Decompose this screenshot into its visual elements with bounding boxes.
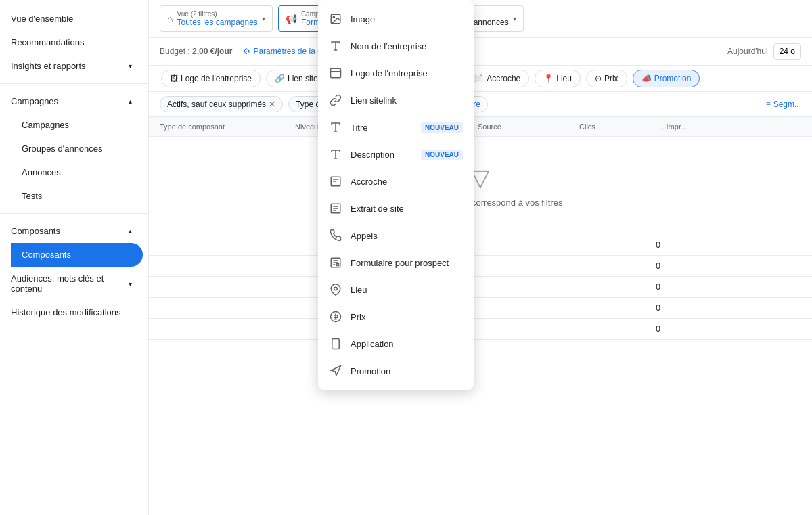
svg-rect-6 [337,264,339,266]
campagnes-submenu: Campagnes Groupes d'annonces Annonces Te… [0,113,148,208]
accroche-menu-icon [329,175,342,188]
component-dropdown-menu: Image Nom de l'entreprise Logo de l'entr… [318,0,474,390]
chevron-down-icon-2: ▾ [129,280,132,288]
phone-menu-icon [329,229,342,242]
menu-item-prix[interactable]: Prix [318,303,474,330]
form-menu-icon [329,256,342,269]
sidebar-item-composants-header[interactable]: Composants ▴ [0,219,143,243]
dollar-menu-icon [329,310,342,323]
pin-menu-icon [329,283,342,296]
svg-point-7 [334,287,338,290]
chevron-up-icon: ▴ [129,97,132,105]
sidebar-item-insights[interactable]: Insights et rapports ▾ [0,54,143,78]
menu-item-sitelink[interactable]: Lien sitelink [318,87,474,114]
menu-item-appels[interactable]: Appels [318,222,474,249]
titre-menu-icon [329,120,342,134]
sidebar-item-campagnes[interactable]: Campagnes [11,113,143,137]
chevron-down-icon: ▾ [129,62,132,70]
megaphone-menu-icon [329,364,342,378]
sidebar-item-vue-ensemble[interactable]: Vue d'ensemble [0,7,143,30]
sidebar-item-recommandations[interactable]: Recommandations [0,30,143,54]
link-menu-icon [329,93,342,107]
menu-item-logo[interactable]: Logo de l'entreprise [318,60,474,87]
menu-item-nom[interactable]: Nom de l'entreprise [318,32,474,60]
overlay-backdrop[interactable] [149,0,812,515]
logo-menu-icon [329,66,342,80]
sidebar-item-audiences[interactable]: Audiences, mots clés et contenu ▾ [0,267,143,300]
sidebar-item-historique[interactable]: Historique des modifications [0,300,143,324]
sidebar-item-composants[interactable]: Composants [11,243,143,267]
sidebar-divider-2 [0,213,148,214]
menu-item-image[interactable]: Image [318,5,474,32]
menu-item-formulaire[interactable]: Formulaire pour prospect [318,249,474,276]
menu-item-titre[interactable]: Titre NOUVEAU [318,114,474,141]
svg-rect-2 [331,68,341,78]
menu-item-application[interactable]: Application [318,330,474,357]
sidebar-item-tests[interactable]: Tests [11,184,143,208]
menu-item-lieu[interactable]: Lieu [318,276,474,303]
chevron-up-icon-2: ▴ [129,227,132,235]
composants-submenu: Composants [0,243,148,267]
extrait-menu-icon [329,202,342,215]
menu-item-promotion[interactable]: Promotion [318,357,474,384]
menu-item-extrait[interactable]: Extrait de site [318,195,474,222]
menu-item-description[interactable]: Description NOUVEAU [318,141,474,168]
main-content: ⌂ Vue (2 filtres) Toutes les campagnes ▾… [149,0,812,515]
text-menu-icon [329,39,342,53]
svg-point-1 [333,16,334,18]
sidebar: Vue d'ensemble Recommandations Insights … [0,0,149,515]
sidebar-divider [0,83,148,84]
image-menu-icon [329,12,342,26]
menu-item-accroche[interactable]: Accroche [318,168,474,195]
description-menu-icon [329,148,342,161]
sidebar-item-annonces[interactable]: Annonces [11,160,143,184]
mobile-menu-icon [329,337,342,351]
sidebar-item-campagnes-header[interactable]: Campagnes ▴ [0,89,143,113]
sidebar-item-groupes[interactable]: Groupes d'annonces [11,137,143,160]
